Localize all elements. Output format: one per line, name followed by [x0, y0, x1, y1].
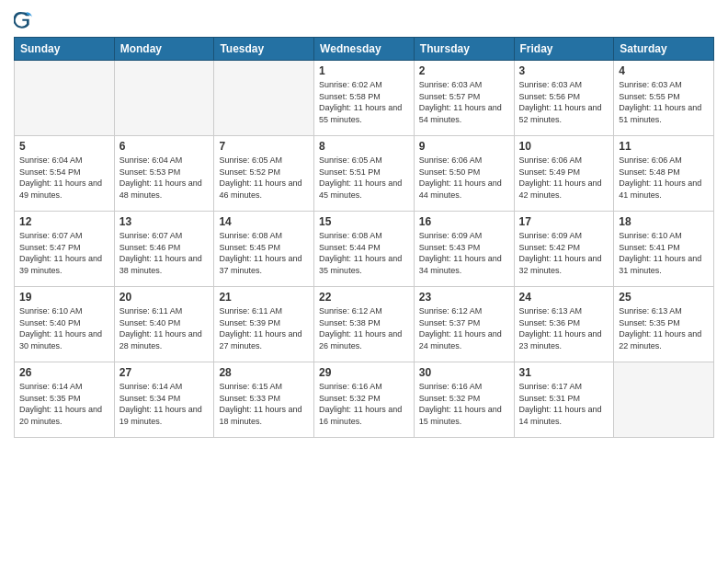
calendar-cell: 14 Sunrise: 6:08 AM Sunset: 5:45 PM Dayl…: [214, 212, 314, 287]
day-number: 8: [319, 140, 409, 153]
week-row-1: 5 Sunrise: 6:04 AM Sunset: 5:54 PM Dayli…: [15, 136, 714, 212]
calendar-table: SundayMondayTuesdayWednesdayThursdayFrid…: [14, 37, 714, 438]
day-info: Sunrise: 6:17 AM Sunset: 5:31 PM Dayligh…: [519, 381, 609, 427]
weekday-header-friday: Friday: [514, 38, 614, 61]
calendar-cell: 16 Sunrise: 6:09 AM Sunset: 5:43 PM Dayl…: [414, 212, 514, 287]
calendar-cell: 21 Sunrise: 6:11 AM Sunset: 5:39 PM Dayl…: [214, 287, 314, 362]
day-number: 27: [119, 366, 210, 379]
day-number: 10: [519, 140, 609, 153]
day-number: 4: [619, 64, 709, 77]
calendar-cell: 29 Sunrise: 6:16 AM Sunset: 5:32 PM Dayl…: [314, 362, 415, 438]
day-number: 5: [19, 140, 109, 153]
day-info: Sunrise: 6:02 AM Sunset: 5:58 PM Dayligh…: [319, 79, 409, 125]
calendar-cell: 22 Sunrise: 6:12 AM Sunset: 5:38 PM Dayl…: [314, 287, 415, 362]
day-number: 31: [519, 366, 609, 379]
calendar-cell: 24 Sunrise: 6:13 AM Sunset: 5:36 PM Dayl…: [514, 287, 614, 362]
day-info: Sunrise: 6:10 AM Sunset: 5:40 PM Dayligh…: [19, 305, 109, 351]
day-info: Sunrise: 6:09 AM Sunset: 5:42 PM Dayligh…: [519, 230, 609, 276]
calendar-cell: 8 Sunrise: 6:05 AM Sunset: 5:51 PM Dayli…: [314, 136, 415, 212]
day-info: Sunrise: 6:07 AM Sunset: 5:46 PM Dayligh…: [119, 230, 210, 276]
day-number: 25: [619, 291, 709, 304]
calendar-cell: 25 Sunrise: 6:13 AM Sunset: 5:35 PM Dayl…: [614, 287, 714, 362]
weekday-header-tuesday: Tuesday: [214, 38, 314, 61]
calendar-cell: 11 Sunrise: 6:06 AM Sunset: 5:48 PM Dayl…: [614, 136, 714, 212]
calendar-cell: [614, 362, 714, 438]
day-info: Sunrise: 6:14 AM Sunset: 5:35 PM Dayligh…: [19, 381, 109, 427]
day-info: Sunrise: 6:08 AM Sunset: 5:44 PM Dayligh…: [319, 230, 409, 276]
calendar-cell: 31 Sunrise: 6:17 AM Sunset: 5:31 PM Dayl…: [514, 362, 614, 438]
week-row-2: 12 Sunrise: 6:07 AM Sunset: 5:47 PM Dayl…: [15, 212, 714, 287]
calendar-cell: 18 Sunrise: 6:10 AM Sunset: 5:41 PM Dayl…: [614, 212, 714, 287]
day-number: 17: [519, 215, 609, 228]
calendar-cell: 5 Sunrise: 6:04 AM Sunset: 5:54 PM Dayli…: [15, 136, 115, 212]
day-info: Sunrise: 6:12 AM Sunset: 5:38 PM Dayligh…: [319, 305, 409, 351]
day-info: Sunrise: 6:11 AM Sunset: 5:40 PM Dayligh…: [119, 305, 210, 351]
day-number: 20: [119, 291, 210, 304]
day-info: Sunrise: 6:06 AM Sunset: 5:50 PM Dayligh…: [419, 155, 509, 201]
header: [14, 9, 714, 29]
calendar-cell: 19 Sunrise: 6:10 AM Sunset: 5:40 PM Dayl…: [15, 287, 115, 362]
weekday-header-sunday: Sunday: [15, 38, 115, 61]
day-info: Sunrise: 6:15 AM Sunset: 5:33 PM Dayligh…: [219, 381, 309, 427]
day-info: Sunrise: 6:13 AM Sunset: 5:35 PM Dayligh…: [619, 305, 709, 351]
calendar-cell: [214, 61, 314, 136]
day-number: 18: [619, 215, 709, 228]
calendar-cell: 4 Sunrise: 6:03 AM Sunset: 5:55 PM Dayli…: [614, 61, 714, 136]
weekday-header-monday: Monday: [114, 38, 214, 61]
day-info: Sunrise: 6:03 AM Sunset: 5:57 PM Dayligh…: [419, 79, 509, 125]
day-info: Sunrise: 6:14 AM Sunset: 5:34 PM Dayligh…: [119, 381, 210, 427]
calendar-cell: 1 Sunrise: 6:02 AM Sunset: 5:58 PM Dayli…: [314, 61, 415, 136]
day-info: Sunrise: 6:12 AM Sunset: 5:37 PM Dayligh…: [419, 305, 509, 351]
calendar-cell: 3 Sunrise: 6:03 AM Sunset: 5:56 PM Dayli…: [514, 61, 614, 136]
day-info: Sunrise: 6:03 AM Sunset: 5:55 PM Dayligh…: [619, 79, 709, 125]
day-number: 26: [19, 366, 109, 379]
day-number: 24: [519, 291, 609, 304]
calendar-cell: 9 Sunrise: 6:06 AM Sunset: 5:50 PM Dayli…: [414, 136, 514, 212]
calendar-cell: [114, 61, 214, 136]
day-number: 22: [319, 291, 409, 304]
day-number: 7: [219, 140, 309, 153]
day-info: Sunrise: 6:03 AM Sunset: 5:56 PM Dayligh…: [519, 79, 609, 125]
day-number: 13: [119, 215, 210, 228]
day-number: 21: [219, 291, 309, 304]
day-number: 11: [619, 140, 709, 153]
day-number: 15: [319, 215, 409, 228]
day-number: 6: [119, 140, 210, 153]
day-number: 28: [219, 366, 309, 379]
calendar-cell: 10 Sunrise: 6:06 AM Sunset: 5:49 PM Dayl…: [514, 136, 614, 212]
day-number: 2: [419, 64, 509, 77]
calendar-cell: 2 Sunrise: 6:03 AM Sunset: 5:57 PM Dayli…: [414, 61, 514, 136]
day-info: Sunrise: 6:04 AM Sunset: 5:53 PM Dayligh…: [119, 155, 210, 201]
calendar-cell: 13 Sunrise: 6:07 AM Sunset: 5:46 PM Dayl…: [114, 212, 214, 287]
day-number: 14: [219, 215, 309, 228]
day-number: 3: [519, 64, 609, 77]
day-info: Sunrise: 6:09 AM Sunset: 5:43 PM Dayligh…: [419, 230, 509, 276]
calendar-cell: [15, 61, 115, 136]
day-info: Sunrise: 6:04 AM Sunset: 5:54 PM Dayligh…: [19, 155, 109, 201]
day-number: 19: [19, 291, 109, 304]
day-info: Sunrise: 6:11 AM Sunset: 5:39 PM Dayligh…: [219, 305, 309, 351]
day-info: Sunrise: 6:05 AM Sunset: 5:52 PM Dayligh…: [219, 155, 309, 201]
day-number: 9: [419, 140, 509, 153]
week-row-4: 26 Sunrise: 6:14 AM Sunset: 5:35 PM Dayl…: [15, 362, 714, 438]
calendar-cell: 7 Sunrise: 6:05 AM Sunset: 5:52 PM Dayli…: [214, 136, 314, 212]
day-number: 16: [419, 215, 509, 228]
weekday-header-thursday: Thursday: [414, 38, 514, 61]
day-info: Sunrise: 6:16 AM Sunset: 5:32 PM Dayligh…: [419, 381, 509, 427]
calendar-cell: 17 Sunrise: 6:09 AM Sunset: 5:42 PM Dayl…: [514, 212, 614, 287]
calendar-cell: 30 Sunrise: 6:16 AM Sunset: 5:32 PM Dayl…: [414, 362, 514, 438]
day-info: Sunrise: 6:08 AM Sunset: 5:45 PM Dayligh…: [219, 230, 309, 276]
day-number: 30: [419, 366, 509, 379]
week-row-0: 1 Sunrise: 6:02 AM Sunset: 5:58 PM Dayli…: [15, 61, 714, 136]
day-number: 23: [419, 291, 509, 304]
logo-icon: [14, 11, 32, 29]
calendar-cell: 23 Sunrise: 6:12 AM Sunset: 5:37 PM Dayl…: [414, 287, 514, 362]
week-row-3: 19 Sunrise: 6:10 AM Sunset: 5:40 PM Dayl…: [15, 287, 714, 362]
logo: [14, 9, 36, 29]
calendar-container: SundayMondayTuesdayWednesdayThursdayFrid…: [0, 0, 728, 563]
calendar-cell: 28 Sunrise: 6:15 AM Sunset: 5:33 PM Dayl…: [214, 362, 314, 438]
day-info: Sunrise: 6:05 AM Sunset: 5:51 PM Dayligh…: [319, 155, 409, 201]
calendar-cell: 27 Sunrise: 6:14 AM Sunset: 5:34 PM Dayl…: [114, 362, 214, 438]
day-info: Sunrise: 6:06 AM Sunset: 5:49 PM Dayligh…: [519, 155, 609, 201]
calendar-cell: 20 Sunrise: 6:11 AM Sunset: 5:40 PM Dayl…: [114, 287, 214, 362]
